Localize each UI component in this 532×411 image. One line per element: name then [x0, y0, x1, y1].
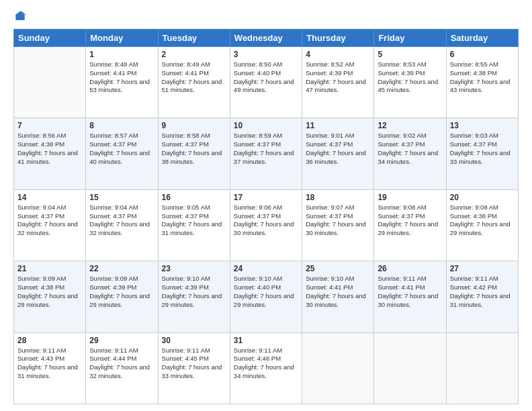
day-info: Sunrise: 9:10 AMSunset: 4:40 PMDaylight:… — [234, 275, 298, 309]
day-cell: 1Sunrise: 8:48 AMSunset: 4:41 PMDaylight… — [86, 47, 158, 118]
day-number: 25 — [306, 264, 370, 273]
header — [13, 10, 519, 24]
day-number: 10 — [234, 121, 298, 130]
day-number: 20 — [450, 193, 515, 202]
day-number: 11 — [306, 121, 370, 130]
day-info: Sunrise: 9:07 AMSunset: 4:37 PMDaylight:… — [306, 203, 370, 238]
weekday-header-row: SundayMondayTuesdayWednesdayThursdayFrid… — [14, 30, 519, 47]
day-cell: 24Sunrise: 9:10 AMSunset: 4:40 PMDayligh… — [230, 261, 302, 332]
day-cell — [14, 47, 86, 118]
day-info: Sunrise: 9:01 AMSunset: 4:37 PMDaylight:… — [306, 132, 370, 166]
day-cell: 20Sunrise: 9:08 AMSunset: 4:38 PMDayligh… — [446, 189, 518, 261]
day-number: 12 — [378, 121, 442, 130]
day-cell: 3Sunrise: 8:50 AMSunset: 4:40 PMDaylight… — [230, 47, 302, 118]
day-info: Sunrise: 9:11 AMSunset: 4:42 PMDaylight:… — [450, 275, 515, 309]
logo — [13, 10, 28, 24]
day-cell: 16Sunrise: 9:05 AMSunset: 4:37 PMDayligh… — [158, 189, 230, 261]
svg-marker-0 — [15, 11, 24, 20]
week-row-3: 14Sunrise: 9:04 AMSunset: 4:37 PMDayligh… — [14, 189, 519, 261]
day-number: 2 — [162, 50, 226, 59]
day-cell: 5Sunrise: 8:53 AMSunset: 4:39 PMDaylight… — [374, 47, 446, 118]
page: SundayMondayTuesdayWednesdayThursdayFrid… — [0, 0, 532, 411]
day-info: Sunrise: 8:57 AMSunset: 4:37 PMDaylight:… — [89, 132, 154, 166]
day-cell: 19Sunrise: 9:08 AMSunset: 4:37 PMDayligh… — [374, 189, 446, 261]
weekday-header-thursday: Thursday — [302, 30, 374, 47]
day-number: 17 — [234, 193, 298, 202]
calendar-table: SundayMondayTuesdayWednesdayThursdayFrid… — [13, 29, 519, 404]
day-number: 27 — [450, 264, 515, 273]
day-cell: 2Sunrise: 8:49 AMSunset: 4:41 PMDaylight… — [158, 47, 230, 118]
day-cell: 22Sunrise: 9:09 AMSunset: 4:39 PMDayligh… — [86, 261, 158, 332]
day-number: 7 — [17, 121, 82, 130]
day-info: Sunrise: 9:05 AMSunset: 4:37 PMDaylight:… — [162, 203, 226, 238]
weekday-header-sunday: Sunday — [14, 30, 86, 47]
day-cell: 7Sunrise: 8:56 AMSunset: 4:38 PMDaylight… — [14, 118, 86, 189]
day-info: Sunrise: 8:53 AMSunset: 4:39 PMDaylight:… — [378, 60, 442, 95]
day-number: 16 — [162, 193, 226, 202]
day-cell — [446, 332, 518, 404]
day-cell: 12Sunrise: 9:02 AMSunset: 4:37 PMDayligh… — [374, 118, 446, 189]
day-info: Sunrise: 8:49 AMSunset: 4:41 PMDaylight:… — [162, 60, 226, 95]
day-info: Sunrise: 9:03 AMSunset: 4:37 PMDaylight:… — [450, 132, 515, 166]
weekday-header-friday: Friday — [374, 30, 446, 47]
day-cell: 9Sunrise: 8:58 AMSunset: 4:37 PMDaylight… — [158, 118, 230, 189]
day-info: Sunrise: 8:55 AMSunset: 4:38 PMDaylight:… — [450, 60, 515, 95]
day-cell: 30Sunrise: 9:11 AMSunset: 4:45 PMDayligh… — [158, 332, 230, 404]
day-cell: 27Sunrise: 9:11 AMSunset: 4:42 PMDayligh… — [446, 261, 518, 332]
day-number: 28 — [17, 336, 82, 345]
day-number: 6 — [450, 50, 515, 59]
day-cell: 28Sunrise: 9:11 AMSunset: 4:43 PMDayligh… — [14, 332, 86, 404]
day-cell: 26Sunrise: 9:11 AMSunset: 4:41 PMDayligh… — [374, 261, 446, 332]
day-cell: 10Sunrise: 8:59 AMSunset: 4:37 PMDayligh… — [230, 118, 302, 189]
logo-icon — [13, 10, 27, 24]
day-info: Sunrise: 9:08 AMSunset: 4:37 PMDaylight:… — [378, 203, 442, 238]
day-info: Sunrise: 8:52 AMSunset: 4:39 PMDaylight:… — [306, 60, 370, 95]
day-number: 26 — [378, 264, 442, 273]
day-number: 29 — [89, 336, 154, 345]
day-cell: 21Sunrise: 9:09 AMSunset: 4:38 PMDayligh… — [14, 261, 86, 332]
day-number: 5 — [378, 50, 442, 59]
day-cell: 31Sunrise: 9:11 AMSunset: 4:46 PMDayligh… — [230, 332, 302, 404]
day-cell: 4Sunrise: 8:52 AMSunset: 4:39 PMDaylight… — [302, 47, 374, 118]
day-cell: 18Sunrise: 9:07 AMSunset: 4:37 PMDayligh… — [302, 189, 374, 261]
day-info: Sunrise: 8:58 AMSunset: 4:37 PMDaylight:… — [162, 132, 226, 166]
day-number: 4 — [306, 50, 370, 59]
day-info: Sunrise: 9:04 AMSunset: 4:37 PMDaylight:… — [17, 203, 82, 238]
day-info: Sunrise: 9:10 AMSunset: 4:41 PMDaylight:… — [306, 275, 370, 309]
day-info: Sunrise: 9:11 AMSunset: 4:44 PMDaylight:… — [89, 347, 154, 381]
day-number: 30 — [162, 336, 226, 345]
day-cell: 17Sunrise: 9:06 AMSunset: 4:37 PMDayligh… — [230, 189, 302, 261]
day-info: Sunrise: 9:04 AMSunset: 4:37 PMDaylight:… — [89, 203, 154, 238]
day-info: Sunrise: 9:08 AMSunset: 4:38 PMDaylight:… — [450, 203, 515, 238]
week-row-2: 7Sunrise: 8:56 AMSunset: 4:38 PMDaylight… — [14, 118, 519, 189]
day-number: 3 — [234, 50, 298, 59]
day-number: 15 — [89, 193, 154, 202]
day-info: Sunrise: 9:09 AMSunset: 4:38 PMDaylight:… — [17, 275, 82, 309]
day-cell: 11Sunrise: 9:01 AMSunset: 4:37 PMDayligh… — [302, 118, 374, 189]
weekday-header-tuesday: Tuesday — [158, 30, 230, 47]
day-cell: 6Sunrise: 8:55 AMSunset: 4:38 PMDaylight… — [446, 47, 518, 118]
day-number: 24 — [234, 264, 298, 273]
day-cell: 25Sunrise: 9:10 AMSunset: 4:41 PMDayligh… — [302, 261, 374, 332]
day-cell: 15Sunrise: 9:04 AMSunset: 4:37 PMDayligh… — [86, 189, 158, 261]
day-info: Sunrise: 8:48 AMSunset: 4:41 PMDaylight:… — [89, 60, 154, 95]
day-info: Sunrise: 9:09 AMSunset: 4:39 PMDaylight:… — [89, 275, 154, 309]
day-number: 8 — [89, 121, 154, 130]
day-number: 21 — [17, 264, 82, 273]
day-info: Sunrise: 9:10 AMSunset: 4:39 PMDaylight:… — [162, 275, 226, 309]
day-cell: 14Sunrise: 9:04 AMSunset: 4:37 PMDayligh… — [14, 189, 86, 261]
day-info: Sunrise: 8:50 AMSunset: 4:40 PMDaylight:… — [234, 60, 298, 95]
day-info: Sunrise: 9:11 AMSunset: 4:45 PMDaylight:… — [162, 347, 226, 381]
day-info: Sunrise: 9:11 AMSunset: 4:41 PMDaylight:… — [378, 275, 442, 309]
day-cell — [374, 332, 446, 404]
day-cell: 13Sunrise: 9:03 AMSunset: 4:37 PMDayligh… — [446, 118, 518, 189]
day-number: 9 — [162, 121, 226, 130]
weekday-header-monday: Monday — [86, 30, 158, 47]
week-row-5: 28Sunrise: 9:11 AMSunset: 4:43 PMDayligh… — [14, 332, 519, 404]
day-number: 18 — [306, 193, 370, 202]
day-info: Sunrise: 9:11 AMSunset: 4:46 PMDaylight:… — [234, 347, 298, 381]
day-cell: 8Sunrise: 8:57 AMSunset: 4:37 PMDaylight… — [86, 118, 158, 189]
day-number: 22 — [89, 264, 154, 273]
day-info: Sunrise: 8:59 AMSunset: 4:37 PMDaylight:… — [234, 132, 298, 166]
weekday-header-wednesday: Wednesday — [230, 30, 302, 47]
